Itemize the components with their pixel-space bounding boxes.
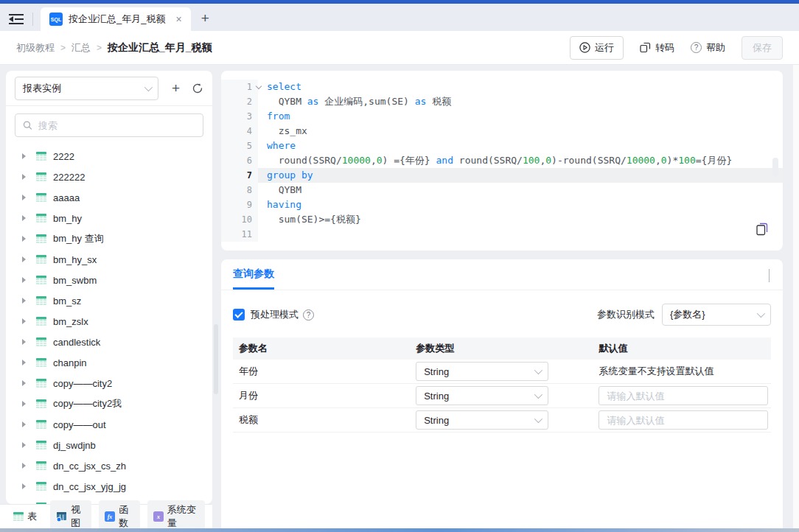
default-value-input[interactable] — [599, 386, 768, 405]
collapse-sidebar-icon[interactable] — [0, 7, 32, 31]
expand-caret-icon[interactable] — [22, 463, 26, 469]
code-line[interactable]: 3from — [221, 109, 783, 124]
chevron-down-icon — [144, 83, 153, 91]
table-icon — [36, 296, 46, 305]
tab-close-icon[interactable]: × — [175, 14, 181, 24]
sidebar-footer-tab-system-variable[interactable]: x 系统变量 — [147, 500, 205, 532]
tree-item[interactable]: copy——city2 — [6, 373, 212, 393]
tree-item[interactable]: dn_cc_jsx_cs_zh — [6, 455, 212, 476]
tree-item[interactable]: chanpin — [6, 352, 212, 373]
code-text: sum(SE)>={税额} — [258, 212, 783, 227]
default-value-input[interactable] — [599, 410, 768, 430]
code-line[interactable]: 4 zs_mx — [221, 124, 783, 139]
code-text — [258, 227, 783, 242]
collapse-panel-icon[interactable] — [769, 269, 770, 282]
expand-caret-icon[interactable] — [22, 256, 26, 262]
table-icon — [36, 482, 46, 491]
param-type-select[interactable]: String — [416, 362, 548, 381]
code-line[interactable]: 1select — [221, 80, 783, 94]
main-scrollbar-track[interactable] — [793, 65, 799, 528]
preprocess-checkbox[interactable] — [233, 309, 245, 321]
tree-item[interactable]: dj_swdjnb — [6, 435, 212, 455]
table-icon — [13, 512, 24, 521]
footer-tab-label: 函数 — [119, 503, 133, 530]
transcode-button[interactable]: 转码 — [640, 41, 674, 55]
code-line[interactable]: 8 QYBM — [221, 183, 783, 197]
add-object-button[interactable]: + — [172, 80, 180, 97]
expand-caret-icon[interactable] — [22, 215, 26, 221]
code-line[interactable]: 11 — [221, 227, 783, 242]
code-area[interactable]: 1select2 QYBM as 企业编码,sum(SE) as 税额3from… — [221, 71, 783, 242]
sql-editor[interactable]: 1select2 QYBM as 企业编码,sum(SE) as 税额3from… — [221, 71, 783, 251]
sidebar-footer-tab-view[interactable]: 视图 — [50, 500, 91, 532]
preprocess-help-icon[interactable]: ? — [303, 309, 314, 321]
tree-item[interactable]: 2222 — [6, 146, 212, 167]
expand-caret-icon[interactable] — [22, 442, 26, 448]
breadcrumb-level1[interactable]: 初级教程 — [16, 41, 55, 55]
expand-caret-icon[interactable] — [22, 174, 26, 180]
editor-scrollbar-thumb[interactable] — [772, 158, 778, 177]
expand-caret-icon[interactable] — [22, 277, 26, 283]
code-line[interactable]: 7group by — [221, 168, 783, 183]
param-type-select[interactable]: String — [416, 386, 548, 405]
expand-caret-icon[interactable] — [22, 380, 26, 386]
line-number: 9 — [221, 197, 258, 212]
tree-item[interactable]: copy——out — [6, 414, 212, 435]
save-button[interactable]: 保存 — [742, 36, 783, 60]
system-variable-icon: x — [153, 511, 164, 522]
param-type-select[interactable]: String — [416, 410, 548, 430]
code-line[interactable]: 10 sum(SE)>={税额} — [221, 212, 783, 227]
code-line[interactable]: 9having — [221, 197, 783, 212]
tab-active[interactable]: SQL 按企业汇总_年月_税额 × — [41, 7, 191, 31]
recognition-mode-select[interactable]: {参数名} — [662, 304, 771, 326]
sidebar-footer-tab-function[interactable]: fx 函数 — [99, 500, 139, 532]
expand-caret-icon[interactable] — [22, 236, 26, 242]
line-number: 8 — [221, 183, 258, 197]
tree-item[interactable]: bm_swbm — [6, 270, 212, 290]
line-number: 11 — [221, 227, 258, 242]
refresh-button[interactable] — [192, 83, 203, 94]
expand-caret-icon[interactable] — [22, 195, 26, 200]
expand-caret-icon[interactable] — [22, 153, 26, 159]
chevron-down-icon — [534, 415, 542, 423]
tree-item[interactable]: bm_sz — [6, 290, 212, 311]
run-button[interactable]: 运行 — [570, 36, 624, 60]
tree-item-label: bm_sz — [53, 295, 81, 307]
table-icon — [36, 172, 46, 181]
tree-item[interactable]: aaaaa — [6, 187, 212, 208]
tree-item[interactable]: dn_cc_jsx_yjg_jg — [6, 476, 212, 497]
expand-caret-icon[interactable] — [22, 298, 26, 304]
view-icon — [56, 512, 67, 522]
tree-item[interactable]: bm_hy 查询 — [6, 228, 212, 249]
help-button[interactable]: ? 帮助 — [691, 41, 725, 55]
tree-item[interactable]: bm_zslx — [6, 311, 212, 332]
tree-item[interactable]: candlestick — [6, 332, 212, 352]
new-tab-button[interactable]: + — [201, 10, 209, 27]
breadcrumb-level2[interactable]: 汇总 — [71, 41, 91, 55]
search-input[interactable] — [38, 120, 195, 131]
tree-item[interactable]: 222222 — [6, 167, 212, 187]
table-icon — [36, 420, 46, 429]
play-icon — [579, 42, 590, 53]
sidebar-scrollbar-thumb[interactable] — [214, 324, 218, 394]
preprocess-label: 预处理模式 — [251, 308, 299, 321]
code-line[interactable]: 6 round(SSRQ/10000,0) ={年份} and round(SS… — [221, 153, 783, 168]
table-icon — [36, 255, 46, 264]
sidebar-footer-tab-table[interactable]: 表 — [7, 507, 43, 526]
tree-item[interactable]: copy——city2我 — [6, 393, 212, 414]
expand-caret-icon[interactable] — [22, 318, 26, 324]
expand-caret-icon[interactable] — [22, 483, 26, 489]
tree-item[interactable]: bm_hy — [6, 208, 212, 228]
code-line[interactable]: 5where — [221, 139, 783, 153]
expand-caret-icon[interactable] — [22, 421, 26, 427]
expand-caret-icon[interactable] — [22, 339, 26, 345]
expand-caret-icon[interactable] — [22, 360, 26, 365]
tab-query-params[interactable]: 查询参数 — [233, 267, 274, 290]
tree-item[interactable]: bm_hy_sx — [6, 249, 212, 270]
line-number: 6 — [221, 153, 258, 168]
object-type-select[interactable]: 报表实例 — [15, 77, 158, 100]
expand-caret-icon[interactable] — [22, 401, 26, 407]
copy-sql-icon[interactable] — [756, 223, 768, 239]
table-icon — [36, 379, 46, 388]
code-line[interactable]: 2 QYBM as 企业编码,sum(SE) as 税额 — [221, 94, 783, 109]
